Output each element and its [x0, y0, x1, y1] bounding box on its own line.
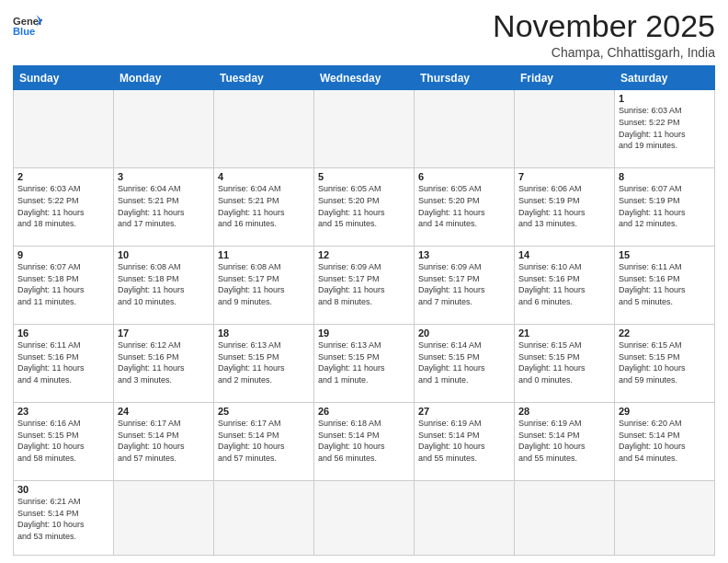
calendar-week-row: 30Sunrise: 6:21 AM Sunset: 5:14 PM Dayli…: [14, 481, 715, 556]
table-row: [415, 90, 515, 168]
day-number: 28: [518, 406, 610, 417]
table-row: 30Sunrise: 6:21 AM Sunset: 5:14 PM Dayli…: [14, 481, 114, 556]
day-number: 11: [218, 249, 310, 260]
month-title: November 2025: [493, 9, 715, 43]
day-number: 24: [118, 406, 210, 417]
table-row: 3Sunrise: 6:04 AM Sunset: 5:21 PM Daylig…: [114, 168, 214, 247]
table-row: 20Sunrise: 6:14 AM Sunset: 5:15 PM Dayli…: [415, 325, 515, 403]
day-number: 4: [218, 171, 310, 182]
day-number: 8: [619, 171, 711, 182]
col-friday: Friday: [515, 66, 615, 90]
table-row: 2Sunrise: 6:03 AM Sunset: 5:22 PM Daylig…: [14, 168, 114, 247]
table-row: 12Sunrise: 6:09 AM Sunset: 5:17 PM Dayli…: [314, 247, 415, 325]
table-row: 4Sunrise: 6:04 AM Sunset: 5:21 PM Daylig…: [214, 168, 314, 247]
table-row: [515, 90, 615, 168]
day-info: Sunrise: 6:19 AM Sunset: 5:14 PM Dayligh…: [518, 418, 610, 464]
day-info: Sunrise: 6:07 AM Sunset: 5:19 PM Dayligh…: [619, 183, 711, 229]
table-row: 7Sunrise: 6:06 AM Sunset: 5:19 PM Daylig…: [515, 168, 615, 247]
day-number: 12: [318, 249, 410, 260]
calendar-week-row: 2Sunrise: 6:03 AM Sunset: 5:22 PM Daylig…: [14, 168, 715, 247]
day-info: Sunrise: 6:13 AM Sunset: 5:15 PM Dayligh…: [318, 339, 410, 385]
day-number: 9: [17, 249, 109, 260]
day-info: Sunrise: 6:09 AM Sunset: 5:17 PM Dayligh…: [318, 261, 410, 307]
table-row: [14, 90, 114, 168]
location: Champa, Chhattisgarh, India: [493, 45, 715, 60]
day-info: Sunrise: 6:07 AM Sunset: 5:18 PM Dayligh…: [17, 261, 109, 307]
day-info: Sunrise: 6:05 AM Sunset: 5:20 PM Dayligh…: [318, 183, 410, 229]
day-info: Sunrise: 6:17 AM Sunset: 5:14 PM Dayligh…: [218, 418, 310, 464]
calendar-header-row: Sunday Monday Tuesday Wednesday Thursday…: [14, 66, 715, 90]
day-number: 15: [619, 249, 711, 260]
day-number: 30: [17, 484, 109, 495]
day-info: Sunrise: 6:17 AM Sunset: 5:14 PM Dayligh…: [118, 418, 210, 464]
table-row: 25Sunrise: 6:17 AM Sunset: 5:14 PM Dayli…: [214, 403, 314, 481]
table-row: 9Sunrise: 6:07 AM Sunset: 5:18 PM Daylig…: [14, 247, 114, 325]
table-row: 6Sunrise: 6:05 AM Sunset: 5:20 PM Daylig…: [415, 168, 515, 247]
title-block: November 2025 Champa, Chhattisgarh, Indi…: [493, 9, 715, 60]
day-info: Sunrise: 6:14 AM Sunset: 5:15 PM Dayligh…: [418, 339, 510, 385]
table-row: [314, 90, 415, 168]
day-number: 10: [118, 249, 210, 260]
day-info: Sunrise: 6:08 AM Sunset: 5:18 PM Dayligh…: [118, 261, 210, 307]
col-monday: Monday: [114, 66, 214, 90]
day-info: Sunrise: 6:04 AM Sunset: 5:21 PM Dayligh…: [118, 183, 210, 229]
table-row: 5Sunrise: 6:05 AM Sunset: 5:20 PM Daylig…: [314, 168, 415, 247]
day-info: Sunrise: 6:09 AM Sunset: 5:17 PM Dayligh…: [418, 261, 510, 307]
day-info: Sunrise: 6:15 AM Sunset: 5:15 PM Dayligh…: [619, 339, 711, 385]
generalblue-logo-icon: General Blue: [13, 13, 42, 39]
day-number: 5: [318, 171, 410, 182]
day-number: 14: [518, 249, 610, 260]
header: General Blue November 2025 Champa, Chhat…: [13, 9, 715, 60]
day-number: 23: [17, 406, 109, 417]
day-number: 3: [118, 171, 210, 182]
svg-text:Blue: Blue: [13, 26, 35, 37]
day-info: Sunrise: 6:03 AM Sunset: 5:22 PM Dayligh…: [17, 183, 109, 229]
day-number: 22: [619, 327, 711, 339]
table-row: 26Sunrise: 6:18 AM Sunset: 5:14 PM Dayli…: [314, 403, 415, 481]
col-tuesday: Tuesday: [214, 66, 314, 90]
day-info: Sunrise: 6:19 AM Sunset: 5:14 PM Dayligh…: [418, 418, 510, 464]
day-number: 17: [118, 327, 210, 339]
table-row: 11Sunrise: 6:08 AM Sunset: 5:17 PM Dayli…: [214, 247, 314, 325]
table-row: [214, 481, 314, 556]
table-row: [114, 90, 214, 168]
day-info: Sunrise: 6:03 AM Sunset: 5:22 PM Dayligh…: [619, 105, 711, 151]
day-number: 25: [218, 406, 310, 417]
day-info: Sunrise: 6:05 AM Sunset: 5:20 PM Dayligh…: [418, 183, 510, 229]
day-number: 26: [318, 406, 410, 417]
table-row: 21Sunrise: 6:15 AM Sunset: 5:15 PM Dayli…: [515, 325, 615, 403]
day-number: 7: [518, 171, 610, 182]
day-number: 19: [318, 327, 410, 339]
col-thursday: Thursday: [415, 66, 515, 90]
day-number: 21: [518, 327, 610, 339]
calendar-week-row: 16Sunrise: 6:11 AM Sunset: 5:16 PM Dayli…: [14, 325, 715, 403]
col-saturday: Saturday: [615, 66, 715, 90]
table-row: [515, 481, 615, 556]
table-row: 17Sunrise: 6:12 AM Sunset: 5:16 PM Dayli…: [114, 325, 214, 403]
day-number: 18: [218, 327, 310, 339]
day-info: Sunrise: 6:11 AM Sunset: 5:16 PM Dayligh…: [619, 261, 711, 307]
day-info: Sunrise: 6:18 AM Sunset: 5:14 PM Dayligh…: [318, 418, 410, 464]
day-info: Sunrise: 6:21 AM Sunset: 5:14 PM Dayligh…: [17, 496, 109, 542]
day-info: Sunrise: 6:16 AM Sunset: 5:15 PM Dayligh…: [17, 418, 109, 464]
day-info: Sunrise: 6:06 AM Sunset: 5:19 PM Dayligh…: [518, 183, 610, 229]
page: General Blue November 2025 Champa, Chhat…: [0, 0, 728, 563]
day-number: 20: [418, 327, 510, 339]
table-row: 16Sunrise: 6:11 AM Sunset: 5:16 PM Dayli…: [14, 325, 114, 403]
table-row: [214, 90, 314, 168]
table-row: 15Sunrise: 6:11 AM Sunset: 5:16 PM Dayli…: [615, 247, 715, 325]
day-info: Sunrise: 6:12 AM Sunset: 5:16 PM Dayligh…: [118, 339, 210, 385]
logo: General Blue: [13, 13, 42, 39]
calendar: Sunday Monday Tuesday Wednesday Thursday…: [13, 65, 715, 556]
day-info: Sunrise: 6:13 AM Sunset: 5:15 PM Dayligh…: [218, 339, 310, 385]
table-row: [114, 481, 214, 556]
table-row: 27Sunrise: 6:19 AM Sunset: 5:14 PM Dayli…: [415, 403, 515, 481]
table-row: 18Sunrise: 6:13 AM Sunset: 5:15 PM Dayli…: [214, 325, 314, 403]
day-number: 6: [418, 171, 510, 182]
table-row: 22Sunrise: 6:15 AM Sunset: 5:15 PM Dayli…: [615, 325, 715, 403]
table-row: 23Sunrise: 6:16 AM Sunset: 5:15 PM Dayli…: [14, 403, 114, 481]
calendar-week-row: 1Sunrise: 6:03 AM Sunset: 5:22 PM Daylig…: [14, 90, 715, 168]
day-info: Sunrise: 6:20 AM Sunset: 5:14 PM Dayligh…: [619, 418, 711, 464]
day-info: Sunrise: 6:04 AM Sunset: 5:21 PM Dayligh…: [218, 183, 310, 229]
table-row: 28Sunrise: 6:19 AM Sunset: 5:14 PM Dayli…: [515, 403, 615, 481]
